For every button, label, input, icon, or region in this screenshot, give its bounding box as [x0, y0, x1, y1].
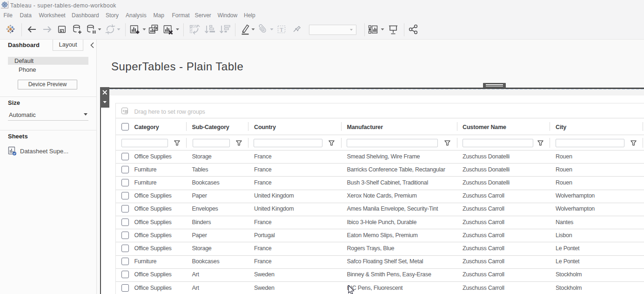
svg-text:T: T: [280, 27, 283, 33]
